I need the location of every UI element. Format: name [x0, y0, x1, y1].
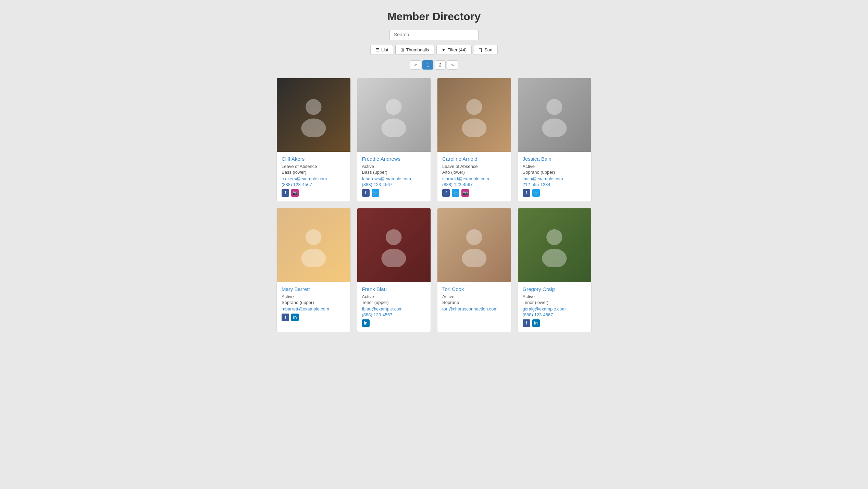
facebook-icon[interactable]: f: [282, 314, 289, 321]
svg-point-2: [386, 99, 402, 115]
list-view-button[interactable]: ☰ List: [370, 45, 393, 55]
facebook-icon[interactable]: f: [523, 319, 530, 327]
social-icons: f🐦📷: [442, 189, 506, 197]
filter-button[interactable]: ▼ Filter (44): [436, 45, 472, 55]
member-card: Cliff AkersLeave of AbsenceBass (lower)c…: [276, 78, 351, 202]
linkedin-icon[interactable]: in: [532, 319, 540, 327]
facebook-icon[interactable]: f: [362, 189, 370, 197]
social-icons: f🐦: [362, 189, 426, 197]
member-phone: 212-555-1234: [523, 182, 587, 187]
member-name[interactable]: Freddie Andrews: [362, 156, 426, 162]
linkedin-icon[interactable]: in: [291, 314, 299, 321]
member-photo: [518, 78, 592, 152]
member-card: Frank BlauActiveTenor (upper)fblau@examp…: [357, 208, 431, 332]
svg-point-6: [547, 99, 562, 115]
member-photo: [437, 78, 511, 152]
member-status: Active: [282, 293, 346, 300]
linkedin-icon[interactable]: in: [362, 319, 370, 327]
member-email[interactable]: fandrews@example.com: [362, 176, 426, 181]
svg-point-7: [542, 119, 567, 137]
instagram-icon[interactable]: 📷: [461, 189, 469, 197]
member-voice: Bass (upper): [362, 170, 426, 175]
svg-point-11: [382, 249, 406, 267]
member-name[interactable]: Jessica Bain: [523, 156, 587, 162]
prev-page-button[interactable]: «: [410, 60, 421, 70]
twitter-icon[interactable]: 🐦: [372, 189, 379, 197]
svg-point-13: [462, 249, 486, 267]
member-voice: Alto (lower): [442, 170, 506, 175]
member-status: Leave of Absence: [442, 163, 506, 170]
filter-icon: ▼: [442, 47, 446, 52]
member-status: Active: [362, 163, 426, 170]
page-1-button[interactable]: 1: [422, 60, 433, 70]
member-status: Active: [523, 163, 587, 170]
svg-point-3: [382, 119, 406, 137]
social-icons: fin: [523, 319, 587, 327]
member-phone: (888) 123-4567: [362, 312, 426, 317]
member-card: Mary BarrettActiveSoprano (upper)mbarret…: [276, 208, 351, 332]
thumbnails-view-button[interactable]: ⊞ Thumbnails: [395, 45, 434, 55]
svg-point-4: [466, 99, 482, 115]
sort-icon: ⇅: [479, 47, 483, 52]
member-status: Active: [362, 293, 426, 300]
member-status: Active: [523, 293, 587, 300]
page-container: Member Directory ☰ List ⊞ Thumbnails ▼ F…: [270, 0, 598, 342]
member-name[interactable]: Tori Cook: [442, 286, 506, 292]
svg-point-0: [306, 99, 321, 115]
member-name[interactable]: Mary Barrett: [282, 286, 346, 292]
twitter-icon[interactable]: 🐦: [452, 189, 459, 197]
svg-point-1: [301, 119, 326, 137]
facebook-icon[interactable]: f: [442, 189, 450, 197]
list-icon: ☰: [375, 47, 380, 52]
next-page-button[interactable]: »: [447, 60, 458, 70]
facebook-icon[interactable]: f: [282, 189, 289, 197]
toolbar: ☰ List ⊞ Thumbnails ▼ Filter (44) ⇅ Sort: [276, 45, 592, 55]
pagination: « 1 2 »: [276, 60, 592, 70]
member-email[interactable]: c.akers@example.com: [282, 176, 346, 181]
member-email[interactable]: fblau@example.com: [362, 306, 426, 311]
twitter-icon[interactable]: 🐦: [532, 189, 540, 197]
member-voice: Soprano (upper): [282, 300, 346, 305]
member-card: Jessica BainActiveSoprano (upper)jbain@e…: [518, 78, 592, 202]
sort-button[interactable]: ⇅ Sort: [474, 45, 498, 55]
member-name[interactable]: Caroline Arnold: [442, 156, 506, 162]
search-bar: [276, 29, 592, 40]
member-photo: [437, 208, 511, 282]
member-email[interactable]: jbain@example.com: [523, 176, 587, 181]
member-email[interactable]: gcraig@example.com: [523, 306, 587, 311]
members-grid: Cliff AkersLeave of AbsenceBass (lower)c…: [276, 78, 592, 332]
social-icons: f🐦: [523, 189, 587, 197]
social-icons: f📷: [282, 189, 346, 197]
member-card: Caroline ArnoldLeave of AbsenceAlto (low…: [437, 78, 511, 202]
member-photo: [518, 208, 592, 282]
thumbnails-icon: ⊞: [400, 47, 404, 52]
member-voice: Bass (lower): [282, 170, 346, 175]
member-status: Active: [442, 293, 506, 300]
member-voice: Tenor (upper): [362, 300, 426, 305]
member-card: Freddie AndrewsActiveBass (upper)fandrew…: [357, 78, 431, 202]
member-card: Tori CookActiveSopranotori@chorusconnect…: [437, 208, 511, 332]
facebook-icon[interactable]: f: [523, 189, 530, 197]
member-name[interactable]: Frank Blau: [362, 286, 426, 292]
member-voice: Soprano: [442, 300, 506, 305]
member-email[interactable]: tori@chorusconnection.com: [442, 306, 506, 311]
member-phone: (888) 123-4567: [442, 182, 506, 187]
social-icons: in: [362, 319, 426, 327]
member-voice: Tenor (lower): [523, 300, 587, 305]
member-card: Gregory CraigActiveTenor (lower)gcraig@e…: [518, 208, 592, 332]
svg-point-10: [386, 229, 402, 245]
member-status: Leave of Absence: [282, 163, 346, 170]
instagram-icon[interactable]: 📷: [291, 189, 299, 197]
member-email[interactable]: mbarrett@example.com: [282, 306, 346, 311]
svg-point-5: [462, 119, 486, 137]
member-name[interactable]: Cliff Akers: [282, 156, 346, 162]
member-name[interactable]: Gregory Craig: [523, 286, 587, 292]
svg-point-12: [466, 229, 482, 245]
member-photo: [277, 78, 350, 152]
member-email[interactable]: c.arnold@example.com: [442, 176, 506, 181]
member-photo: [357, 208, 431, 282]
member-photo: [357, 78, 431, 152]
page-2-button[interactable]: 2: [435, 60, 446, 70]
search-input[interactable]: [389, 29, 479, 40]
member-voice: Soprano (upper): [523, 170, 587, 175]
